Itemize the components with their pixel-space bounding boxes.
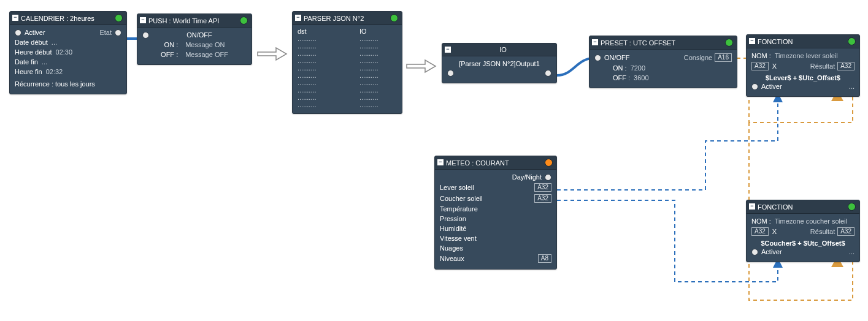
parser-row: .................... — [298, 86, 397, 94]
node-body: dst IO .................... ............… — [293, 25, 402, 113]
node-title: METEO : COURANT — [446, 159, 509, 167]
node-fonction-coucher[interactable]: − FONCTION NOM : Timezone coucher soleil… — [746, 200, 860, 262]
status-indicator — [848, 37, 856, 45]
cell: .......... — [359, 57, 397, 64]
cell: .......... — [359, 79, 397, 86]
row-daynight: Day/Night — [440, 172, 551, 182]
node-header[interactable]: − IO — [442, 43, 556, 56]
node-meteo[interactable]: − METEO : COURANT Day/Night Lever soleil… — [434, 156, 557, 270]
node-push[interactable]: − PUSH : World Time API ON/OFF ON : Mess… — [137, 13, 252, 65]
node-header[interactable]: − FONCTION — [747, 35, 859, 48]
collapse-icon[interactable]: − — [592, 39, 598, 45]
consigne-value: A16 — [715, 53, 732, 62]
node-preset[interactable]: − PRESET : UTC OFFSET ON/OFF Consigne A1… — [589, 36, 737, 88]
io-ref: [Parser JSON N°2]Output1 — [459, 60, 540, 67]
node-body: Activer Etat Date début ... Heure début … — [10, 25, 126, 94]
node-parser[interactable]: − PARSER JSON N°2 dst IO ...............… — [292, 11, 402, 114]
value: Message ON — [185, 41, 225, 48]
port[interactable] — [15, 29, 21, 36]
row-off: OFF : 3600 — [594, 73, 732, 83]
port[interactable] — [751, 249, 758, 255]
x-label: X — [772, 62, 777, 70]
parser-row: .................... — [298, 42, 397, 50]
value: A32 — [534, 183, 551, 192]
collapse-icon[interactable]: − — [295, 15, 301, 21]
row-nom: NOM : Timezone coucher soleil — [751, 216, 855, 226]
collapse-icon[interactable]: − — [140, 17, 146, 23]
node-header[interactable]: − CALENDRIER : 2heures — [10, 12, 126, 25]
parser-row: .................... — [298, 50, 397, 57]
node-title: PRESET : UTC OFFSET — [601, 39, 675, 47]
label: Niveaux — [440, 255, 464, 262]
value: A32 — [534, 194, 551, 203]
port[interactable] — [142, 32, 149, 39]
x-value: A32 — [751, 227, 769, 236]
node-body: NOM : Timezone lever soleil A32 X Résult… — [747, 48, 859, 96]
row-humidite: Humidité — [440, 224, 551, 233]
node-header[interactable]: − PARSER JSON N°2 — [293, 12, 402, 25]
node-body: NOM : Timezone coucher soleil A32 X Résu… — [747, 214, 859, 262]
collapse-icon[interactable]: − — [445, 47, 451, 53]
resultat-value: A32 — [837, 227, 855, 236]
node-calendrier[interactable]: − CALENDRIER : 2heures Activer Etat Date… — [9, 11, 127, 94]
value: 3600 — [634, 74, 648, 81]
node-header[interactable]: − FONCTION — [747, 200, 859, 214]
port[interactable] — [545, 174, 551, 181]
collapse-icon[interactable]: − — [12, 15, 18, 21]
label: Activer — [761, 248, 782, 255]
status-indicator — [240, 17, 248, 25]
cell: .......... — [359, 101, 397, 108]
node-header[interactable]: − PUSH : World Time API — [137, 14, 252, 28]
label: ON/OFF — [604, 54, 630, 61]
port-right[interactable] — [545, 70, 551, 77]
port[interactable] — [594, 55, 601, 61]
label: Activer — [761, 83, 782, 90]
consigne-label: Consigne — [684, 54, 712, 61]
parser-table-header: dst IO — [298, 28, 397, 35]
formula: $Coucher$ + $Utc_Offset$ — [751, 240, 855, 247]
label: Température — [440, 205, 478, 213]
x-label: X — [772, 228, 777, 235]
port-left[interactable] — [447, 70, 454, 77]
node-io[interactable]: − IO [Parser JSON N°2]Output1 — [442, 43, 557, 83]
cell: .......... — [298, 79, 335, 86]
row-date-debut: Date début ... — [15, 37, 121, 47]
value: 02:30 — [56, 48, 73, 56]
port[interactable] — [751, 83, 758, 90]
label: ON/OFF — [186, 31, 212, 39]
resultat-label: Résultat — [810, 228, 835, 235]
row-activer: Activer ... — [751, 81, 855, 91]
status-indicator — [390, 14, 398, 22]
row-pression: Pression — [440, 214, 551, 224]
node-fonction-lever[interactable]: − FONCTION NOM : Timezone lever soleil A… — [746, 34, 860, 97]
status-indicator — [545, 159, 553, 167]
collapse-icon[interactable]: − — [749, 203, 755, 210]
label: Vitesse vent — [440, 235, 477, 242]
row-heure-fin: Heure fin 02:32 — [15, 67, 121, 77]
node-body: Day/Night Lever soleil A32 Coucher solei… — [435, 170, 556, 269]
collapse-icon[interactable]: − — [749, 38, 755, 44]
label: Date début — [15, 39, 48, 46]
cell: .......... — [298, 94, 335, 101]
cell: .......... — [298, 86, 335, 94]
status-indicator — [725, 39, 733, 47]
formula: $Lever$ + $Utc_Offset$ — [751, 74, 855, 81]
value: 02:32 — [46, 68, 63, 75]
cell: .......... — [359, 86, 397, 94]
parser-row: .................... — [298, 57, 397, 64]
row-off: OFF : Message OFF — [142, 50, 247, 59]
collapse-icon[interactable]: − — [437, 159, 444, 165]
row-vent: Vitesse vent — [440, 233, 551, 243]
node-header[interactable]: − METEO : COURANT — [435, 156, 556, 170]
parser-row: .................... — [298, 64, 397, 72]
port-etat[interactable] — [115, 29, 121, 36]
node-header[interactable]: − PRESET : UTC OFFSET — [590, 36, 737, 50]
label: Récurrence : tous les jours — [15, 80, 95, 88]
cell: .......... — [359, 94, 397, 101]
row-nuages: Nuages — [440, 243, 551, 253]
cell: .......... — [298, 72, 335, 79]
label-activer: Activer — [25, 29, 45, 36]
label: Heure début — [15, 48, 52, 56]
node-body: ON/OFF Consigne A16 ON : 7200 OFF : 3600 — [590, 50, 737, 88]
value: Timezone coucher soleil — [775, 217, 847, 225]
